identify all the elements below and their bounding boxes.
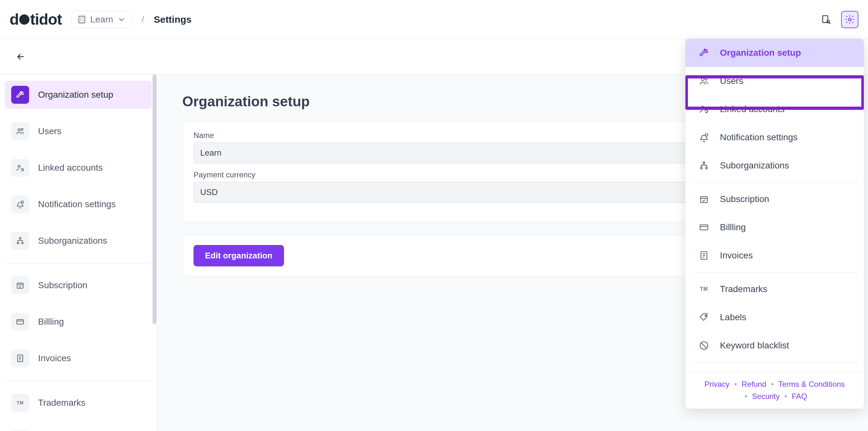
user-link-icon [11,159,29,177]
svg-rect-11 [17,283,23,288]
footer-link-faq[interactable]: FAQ [792,392,807,401]
footer-sep: • [745,392,747,401]
sidebar-scroll-thumb[interactable] [153,74,156,324]
invoice-icon [11,349,29,367]
dropdown-item-label: Billling [720,222,746,232]
wrench-icon [11,86,29,104]
settings-gear-button[interactable] [841,11,859,28]
dropdown-item-subscription[interactable]: Subscription [685,185,864,213]
sidebar-item-subscription[interactable]: Subscription [5,271,152,299]
dropdown-item-label: Trademarks [720,284,767,294]
footer-link-security[interactable]: Security [752,392,780,401]
box-check-icon [11,276,29,294]
building-icon [78,15,86,24]
svg-point-21 [706,167,707,169]
back-button[interactable] [13,49,29,65]
dropdown-item-label: Invoices [720,250,753,261]
logo[interactable]: dtidot [9,10,62,28]
dropdown-item-label: Users [720,76,743,86]
header-left: dtidot Learn / Settings [9,10,192,28]
dropdown-item-label: Notification settings [720,132,798,143]
svg-point-19 [703,162,705,163]
svg-point-2 [827,20,830,23]
credit-card-icon [698,222,710,233]
sidebar-item-suborganizations[interactable]: Suborganizations [5,227,152,255]
dropdown-item-labels[interactable]: Labels [685,303,864,332]
users-icon [11,122,29,140]
sidebar-item-label: Invoices [38,353,71,364]
footer-link-refund[interactable]: Refund [742,380,766,389]
org-tree-icon [698,160,710,171]
box-check-icon [698,193,710,205]
sidebar-item-label: Subscription [38,280,87,290]
sidebar-divider [5,381,152,381]
footer-sep: • [734,380,737,389]
svg-point-25 [705,315,706,316]
settings-dropdown: Organization setup Users Linked accounts… [685,38,864,409]
tm-icon: TM [698,283,710,295]
org-selector[interactable]: Learn [71,11,132,28]
org-tree-icon [11,232,29,250]
dropdown-item-trademarks[interactable]: TM Trademarks [685,275,864,303]
svg-rect-12 [17,320,24,324]
svg-point-20 [701,167,702,169]
blocked-icon [698,340,710,351]
dropdown-item-invoices[interactable]: Invoices [685,241,864,269]
doc-search-icon [821,15,831,25]
svg-point-10 [22,242,23,244]
svg-point-8 [20,238,21,239]
wrench-icon [698,47,710,59]
footer-sep: • [784,392,787,401]
sidebar-item-linked-accounts[interactable]: Linked accounts [5,154,152,182]
sidebar-item-invoices[interactable]: Invoices [5,344,152,372]
tm-icon: TM [11,394,29,412]
sidebar-item-organization-setup[interactable]: Organization setup [5,81,152,109]
dropdown-item-label: Keyword blacklist [720,340,789,351]
dropdown-item-users[interactable]: Users [685,67,864,95]
sidebar-item-users[interactable]: Users [5,117,152,145]
footer-link-privacy[interactable]: Privacy [704,380,730,389]
dropdown-divider [692,272,858,272]
sidebar-item-label: Users [38,126,61,136]
dropdown-item-label: Suborganizations [720,161,789,171]
sidebar-item-notification-settings[interactable]: Notification settings [5,190,152,219]
sidebar-scrollbar[interactable] [153,74,156,431]
sidebar-item-billing[interactable]: Billling [5,308,152,336]
svg-point-16 [705,78,707,80]
svg-point-17 [701,106,704,109]
user-link-icon [698,104,710,115]
sidebar-item-trademarks[interactable]: TM Trademarks [5,389,152,417]
chevron-down-icon [117,15,126,24]
dropdown-item-billing[interactable]: Billling [685,213,864,241]
dropdown-footer: Privacy • Refund • Terms & Conditions • … [685,372,864,409]
search-doc-button[interactable] [817,11,835,28]
dropdown-divider [692,362,858,363]
bell-settings-icon [11,195,29,213]
users-icon [698,75,710,87]
sidebar-item-labels[interactable]: Labels [5,425,152,431]
dropdown-item-linked-accounts[interactable]: Linked accounts [685,95,864,123]
dropdown-item-label: Organization setup [720,48,801,58]
dropdown-item-keyword-blacklist[interactable]: Keyword blacklist [685,332,864,360]
dropdown-item-notification-settings[interactable]: Notification settings [685,123,864,151]
credit-card-icon [11,313,29,331]
dropdown-item-label: Subscription [720,194,769,204]
tag-icon [698,312,710,323]
dropdown-item-label: Linked accounts [720,104,784,114]
invoice-icon [698,250,710,261]
sidebar-divider [5,263,152,263]
dropdown-divider [692,182,858,182]
sidebar-item-label: Notification settings [38,199,116,209]
header-right [817,11,859,28]
svg-rect-23 [700,225,708,230]
svg-point-7 [22,201,24,203]
sidebar-item-label: Suborganizations [38,236,107,246]
footer-link-terms[interactable]: Terms & Conditions [778,380,845,389]
dropdown-item-organization-setup[interactable]: Organization setup [685,39,864,67]
svg-point-6 [18,165,20,168]
footer-sep: • [771,380,774,389]
edit-organization-button[interactable]: Edit organization [193,245,284,266]
dropdown-item-suborganizations[interactable]: Suborganizations [685,151,864,180]
dropdown-scroll[interactable]: Organization setup Users Linked accounts… [685,39,864,372]
arrow-left-icon [16,52,26,62]
